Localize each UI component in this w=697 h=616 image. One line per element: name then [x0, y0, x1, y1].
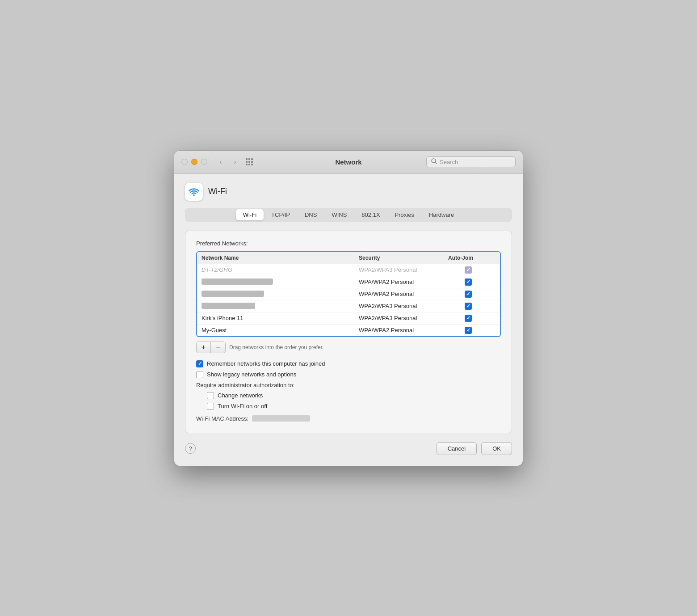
network-name-cell: DT-T2/GHG: [202, 266, 359, 273]
mac-address-label: Wi-Fi MAC Address:: [196, 415, 248, 422]
turn-wifi-label: Turn Wi-Fi on or off: [218, 403, 267, 409]
add-remove-buttons: + −: [196, 342, 226, 353]
search-icon: [431, 158, 437, 165]
close-button[interactable]: [181, 159, 188, 165]
networks-table[interactable]: Network Name Security Auto-Join DT-T2/GH…: [196, 251, 501, 337]
col-security: Security: [359, 255, 448, 261]
sub-checkboxes: Change networks Turn Wi-Fi on or off: [207, 392, 501, 410]
preferred-networks-label: Preferred Networks:: [196, 240, 501, 247]
show-legacy-row[interactable]: Show legacy networks and options: [196, 371, 501, 378]
turn-wifi-checkbox[interactable]: [207, 403, 214, 410]
minimize-button[interactable]: [191, 159, 197, 165]
search-box[interactable]: Search: [426, 156, 516, 167]
grid-icon: [246, 158, 253, 165]
show-legacy-checkbox[interactable]: [196, 371, 203, 378]
security-cell: WPA2/WPA3 Personal: [359, 303, 448, 309]
security-cell: WPA2/WPA3 Personal: [359, 315, 448, 321]
network-name-cell: [202, 291, 359, 297]
help-button[interactable]: ?: [185, 443, 196, 454]
main-content: Wi-Fi Wi-Fi TCP/IP DNS WINS 802.1X Proxi…: [174, 174, 523, 466]
show-legacy-label: Show legacy networks and options: [207, 371, 296, 378]
table-row[interactable]: WPA/WPA2 Personal: [197, 288, 500, 300]
col-network-name: Network Name: [202, 255, 359, 261]
footer: ? Cancel OK: [185, 442, 512, 455]
security-cell: WPA2/WPA3 Personal: [359, 266, 448, 273]
network-name-cell: My-Guest: [202, 327, 359, 333]
col-auto-join: Auto-Join: [448, 255, 488, 261]
tab-wins[interactable]: WINS: [324, 209, 354, 220]
mac-address-value: [252, 415, 310, 422]
svg-line-1: [435, 162, 437, 164]
tab-proxies[interactable]: Proxies: [388, 209, 421, 220]
security-cell: WPA/WPA2 Personal: [359, 327, 448, 333]
change-networks-checkbox[interactable]: [207, 392, 214, 399]
ok-button[interactable]: OK: [481, 442, 512, 455]
nav-buttons: ‹ ›: [214, 156, 241, 167]
table-row[interactable]: DT-T2/GHG WPA2/WPA3 Personal: [197, 264, 500, 276]
table-row[interactable]: My-Guest WPA/WPA2 Personal: [197, 325, 500, 336]
mac-address-row: Wi-Fi MAC Address:: [196, 415, 501, 422]
cancel-button[interactable]: Cancel: [437, 442, 477, 455]
wifi-section-title: Wi-Fi: [208, 187, 227, 196]
forward-button[interactable]: ›: [229, 156, 241, 167]
network-toolbar: + − Drag networks into the order you pre…: [196, 342, 501, 353]
back-button[interactable]: ‹: [214, 156, 227, 167]
titlebar: ‹ › Network Search: [174, 151, 523, 174]
tab-wifi[interactable]: Wi-Fi: [236, 209, 264, 220]
inner-panel: Preferred Networks: Network Name Securit…: [185, 231, 512, 433]
footer-buttons: Cancel OK: [437, 442, 512, 455]
remember-networks-label: Remember networks this computer has join…: [207, 360, 325, 367]
maximize-button[interactable]: [201, 159, 207, 165]
require-admin-label: Require administrator authorization to:: [196, 382, 501, 388]
toolbar-hint: Drag networks into the order you prefer.: [229, 344, 323, 350]
grid-view-button[interactable]: [243, 156, 256, 167]
remember-networks-checkbox[interactable]: [196, 360, 203, 367]
network-name-cell: [202, 303, 359, 309]
wifi-header: Wi-Fi: [185, 183, 512, 201]
table-row[interactable]: Kirk's iPhone 11 WPA2/WPA3 Personal: [197, 312, 500, 325]
auto-join-checkbox[interactable]: [465, 278, 472, 286]
tab-dns[interactable]: DNS: [298, 209, 324, 220]
turn-wifi-row[interactable]: Turn Wi-Fi on or off: [207, 403, 501, 410]
auto-join-checkbox[interactable]: [465, 291, 472, 298]
table-row[interactable]: WPA2/WPA3 Personal: [197, 300, 500, 312]
back-icon: ‹: [220, 158, 222, 165]
security-cell: WPA/WPA2 Personal: [359, 291, 448, 297]
security-cell: WPA/WPA2 Personal: [359, 278, 448, 285]
tab-8021x[interactable]: 802.1X: [354, 209, 387, 220]
table-row[interactable]: WPA/WPA2 Personal: [197, 276, 500, 288]
table-header: Network Name Security Auto-Join: [197, 252, 500, 264]
wifi-icon: [188, 187, 200, 196]
auto-join-checkbox[interactable]: [465, 266, 472, 274]
tab-tcpip[interactable]: TCP/IP: [264, 209, 297, 220]
add-network-button[interactable]: +: [197, 342, 211, 353]
table-body[interactable]: DT-T2/GHG WPA2/WPA3 Personal WPA/WPA2 Pe…: [197, 264, 500, 336]
network-name-cell: [202, 278, 359, 285]
tab-bar: Wi-Fi TCP/IP DNS WINS 802.1X Proxies Har…: [185, 208, 512, 222]
change-networks-label: Change networks: [218, 392, 263, 399]
wifi-icon-wrap: [185, 183, 203, 201]
remove-network-button[interactable]: −: [211, 342, 225, 353]
network-name-cell: Kirk's iPhone 11: [202, 315, 359, 321]
auto-join-checkbox[interactable]: [465, 315, 472, 322]
auto-join-checkbox[interactable]: [465, 303, 472, 310]
remember-networks-row[interactable]: Remember networks this computer has join…: [196, 360, 501, 367]
traffic-lights: [181, 159, 207, 165]
forward-icon: ›: [234, 158, 236, 165]
auto-join-checkbox[interactable]: [465, 327, 472, 334]
search-placeholder: Search: [440, 159, 458, 165]
change-networks-row[interactable]: Change networks: [207, 392, 501, 399]
window-title: Network: [335, 158, 361, 166]
tab-hardware[interactable]: Hardware: [422, 209, 461, 220]
main-window: ‹ › Network Search: [174, 151, 523, 466]
